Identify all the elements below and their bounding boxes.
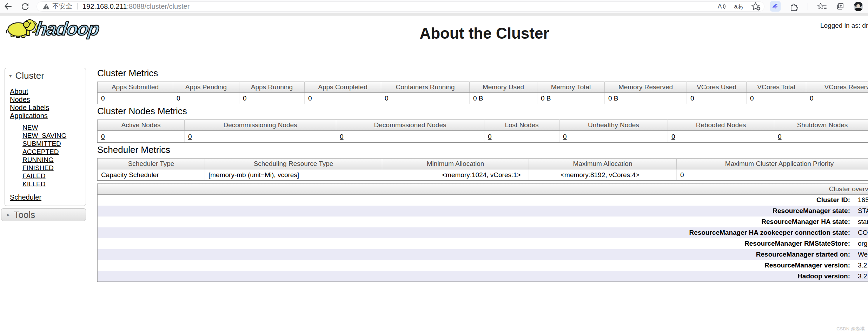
minimum-allocation-value: <memory:1024, vCores:1>	[382, 169, 529, 181]
overview-row-rm-version: ResourceManager version: 3.2.1 from b3cb…	[98, 260, 868, 271]
chevron-right-icon: ▸	[7, 212, 10, 218]
memory-total-value: 0 B	[537, 93, 605, 104]
memory-reserved-value: 0 B	[605, 93, 687, 104]
vcores-total-value: 0	[747, 93, 806, 104]
col-memory-used[interactable]: Memory Used	[470, 82, 537, 93]
col-decommissioned-nodes[interactable]: Decommissioned Nodes	[336, 120, 484, 131]
sidebar-item-about[interactable]: About	[10, 88, 28, 95]
collections-icon[interactable]	[836, 2, 844, 11]
sidebar-item-node-labels[interactable]: Node Labels	[10, 104, 49, 111]
sidebar-item-nodes[interactable]: Nodes	[10, 96, 30, 103]
overview-row-rmstatestore: ResourceManager RMStateStore: org.apache…	[98, 238, 868, 249]
col-containers-running[interactable]: Containers Running	[381, 82, 470, 93]
read-aloud-icon[interactable]: A	[717, 2, 726, 11]
avatar-body	[854, 8, 863, 11]
address-bar[interactable]: 不安全 192.168.0.211:8088/cluster/cluster A…	[37, 1, 764, 12]
sidebar-section-cluster[interactable]: ▾ Cluster	[5, 68, 86, 83]
row-label: ResourceManager HA state:	[98, 217, 854, 227]
browser-essentials-puzzle-icon[interactable]	[790, 2, 799, 11]
col-decommissioning-nodes[interactable]: Decommissioning Nodes	[185, 120, 336, 131]
sidebar-item-accepted[interactable]: ACCEPTED	[22, 148, 59, 155]
col-vcores-total[interactable]: VCores Total	[747, 82, 806, 93]
active-nodes-link[interactable]: 0	[101, 133, 105, 140]
lost-nodes-link[interactable]: 0	[488, 133, 492, 140]
overview-row-cluster-id: Cluster ID: 1657703365170	[98, 195, 868, 206]
col-vcores-used[interactable]: VCores Used	[687, 82, 747, 93]
page-top-strip	[0, 13, 868, 16]
profile-avatar[interactable]	[854, 2, 863, 11]
apps-pending-value: 0	[173, 93, 239, 104]
decommissioned-nodes-link[interactable]: 0	[340, 133, 344, 140]
extension-bird-icon[interactable]	[770, 1, 781, 12]
col-max-cluster-app-priority[interactable]: Maximum Cluster Application Priority	[677, 159, 868, 169]
sidebar-item-failed[interactable]: FAILED	[22, 172, 45, 180]
row-value: CONNECTED	[854, 227, 868, 238]
memory-used-value: 0 B	[470, 93, 537, 104]
refresh-icon	[21, 2, 29, 11]
col-scheduler-type[interactable]: Scheduler Type	[98, 159, 205, 169]
maximum-allocation-value: <memory:8192, vCores:4>	[529, 169, 677, 181]
refresh-button[interactable]	[20, 1, 30, 12]
col-apps-running[interactable]: Apps Running	[239, 82, 305, 93]
scheduler-metrics-heading: Scheduler Metrics	[97, 144, 868, 155]
rebooted-nodes-link[interactable]: 0	[671, 133, 675, 140]
row-label: ResourceManager state:	[98, 206, 854, 217]
apps-submitted-value: 0	[98, 93, 173, 104]
sidebar-section-tools[interactable]: ▸ Tools	[1, 208, 86, 221]
col-minimum-allocation[interactable]: Minimum Allocation	[382, 159, 529, 169]
row-value: 3.2.1 from b3cbbb467e22ea829b3808f4b7b01…	[854, 260, 868, 271]
row-value: org.apache.hadoop.yarn.server.resourcema…	[854, 238, 868, 249]
col-unhealthy-nodes[interactable]: Unhealthy Nodes	[559, 120, 668, 131]
back-button[interactable]	[3, 1, 13, 12]
sidebar-item-scheduler[interactable]: Scheduler	[10, 193, 41, 201]
col-memory-total[interactable]: Memory Total	[537, 82, 605, 93]
col-apps-pending[interactable]: Apps Pending	[173, 82, 239, 93]
translate-icon[interactable]: aあ	[734, 2, 743, 11]
col-memory-reserved[interactable]: Memory Reserved	[605, 82, 687, 93]
site-security-chip[interactable]: 不安全	[42, 2, 72, 11]
cluster-nodes-metrics-heading: Cluster Nodes Metrics	[97, 106, 868, 116]
scheduler-metrics-row: Capacity Scheduler [memory-mb (unit=Mi),…	[98, 169, 868, 181]
cluster-overview-table: Cluster overview Cluster ID: 16577033651…	[97, 183, 868, 282]
address-separator	[77, 3, 78, 9]
row-value: 1657703365170	[854, 195, 868, 206]
cluster-overview-header: Cluster overview	[98, 184, 868, 195]
sidebar-item-killed[interactable]: KILLED	[22, 180, 45, 188]
sidebar-item-new-saving[interactable]: NEW_SAVING	[22, 132, 66, 139]
url-text[interactable]: 192.168.0.211:8088/cluster/cluster	[82, 2, 190, 11]
svg-text:A: A	[718, 3, 722, 10]
shutdown-nodes-link[interactable]: 0	[778, 133, 782, 140]
row-label: Cluster ID:	[98, 195, 854, 206]
containers-running-value: 0	[381, 93, 470, 104]
security-label: 不安全	[52, 2, 72, 11]
col-lost-nodes[interactable]: Lost Nodes	[484, 120, 559, 131]
row-label: Hadoop version:	[98, 271, 854, 282]
browser-toolbar: 不安全 192.168.0.211:8088/cluster/cluster A…	[0, 0, 868, 13]
url-path: :8088/cluster/cluster	[127, 2, 190, 10]
unhealthy-nodes-link[interactable]: 0	[563, 133, 567, 140]
col-vcores-reserved[interactable]: VCores Reserved	[806, 82, 868, 93]
col-rebooted-nodes[interactable]: Rebooted Nodes	[668, 120, 774, 131]
sidebar-item-finished[interactable]: FINISHED	[22, 164, 54, 172]
col-maximum-allocation[interactable]: Maximum Allocation	[529, 159, 677, 169]
row-label: ResourceManager version:	[98, 260, 854, 271]
overview-row-hadoop-version: Hadoop version: 3.2.1 from b3cbbb467e22e…	[98, 271, 868, 282]
favorites-icon[interactable]	[817, 2, 827, 11]
sidebar-item-applications[interactable]: Applications	[10, 112, 48, 119]
cluster-metrics-table: Apps Submitted Apps Pending Apps Running…	[97, 82, 868, 104]
col-apps-submitted[interactable]: Apps Submitted	[98, 82, 173, 93]
col-apps-completed[interactable]: Apps Completed	[305, 82, 381, 93]
add-favorite-star-icon[interactable]	[751, 2, 761, 11]
sidebar-item-submitted[interactable]: SUBMITTED	[22, 140, 61, 147]
col-active-nodes[interactable]: Active Nodes	[98, 120, 185, 131]
col-scheduling-resource-type[interactable]: Scheduling Resource Type	[205, 159, 382, 169]
sidebar-item-running[interactable]: RUNNING	[22, 156, 54, 163]
col-shutdown-nodes[interactable]: Shutdown Nodes	[774, 120, 868, 131]
row-value: 3.2.1 from b3cbbb467e22ea829b3808f4b7b01…	[854, 271, 868, 282]
row-label: ResourceManager started on:	[98, 249, 854, 260]
scheduler-metrics-table: Scheduler Type Scheduling Resource Type …	[97, 158, 868, 181]
decommissioning-nodes-link[interactable]: 0	[188, 133, 192, 140]
max-cluster-app-priority-value: 0	[677, 169, 868, 181]
row-value: STARTED	[854, 206, 868, 217]
sidebar-item-new[interactable]: NEW	[22, 124, 38, 131]
